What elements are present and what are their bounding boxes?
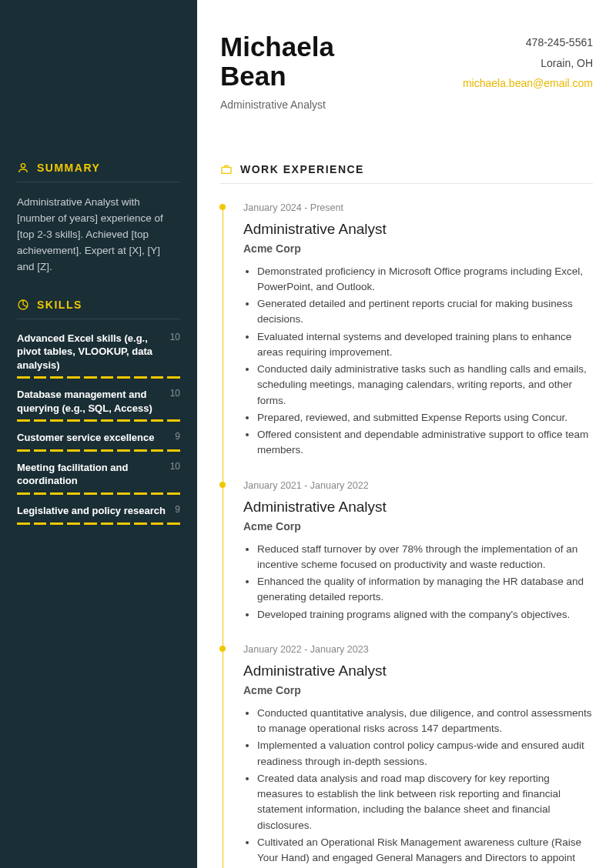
job-title: Administrative Analyst — [243, 221, 593, 238]
header: MichaelaBean Administrative Analyst 478-… — [220, 32, 593, 111]
skill-bar — [17, 522, 180, 525]
skill-name: Database management and querying (e.g., … — [17, 388, 164, 415]
job-bullet: Created data analysis and road map disco… — [257, 771, 593, 833]
job-bullet: Reduced staff turnover by over 78% throu… — [257, 542, 593, 573]
gauge-icon — [17, 299, 29, 311]
skill-bar — [17, 492, 180, 495]
job-company: Acme Corp — [243, 520, 593, 532]
person-name: MichaelaBean — [220, 32, 334, 91]
job-entry: January 2024 - PresentAdministrative Ana… — [243, 202, 593, 459]
skill-item: Advanced Excel skills (e.g., pivot table… — [17, 332, 180, 379]
skills-heading: SKILLS — [17, 299, 180, 311]
job-bullet: Generated detailed and pertinent reports… — [257, 296, 593, 328]
job-company: Acme Corp — [243, 684, 593, 696]
job-bullets: Reduced staff turnover by over 78% throu… — [243, 542, 593, 623]
work-label: WORK EXPERIENCE — [240, 163, 364, 175]
sidebar: SUMMARY Administrative Analyst with [num… — [0, 0, 197, 868]
job-title: Administrative Analyst — [243, 663, 593, 679]
contact-email[interactable]: michaela.bean@email.com — [463, 73, 593, 94]
contact-block: 478-245-5561 Lorain, OH michaela.bean@em… — [463, 32, 593, 94]
skill-name: Customer service excellence — [17, 431, 155, 445]
summary-label: SUMMARY — [37, 162, 100, 174]
divider — [220, 183, 593, 184]
skills-list: Advanced Excel skills (e.g., pivot table… — [17, 332, 180, 525]
job-bullet: Evaluated internal systems and developed… — [257, 329, 593, 361]
svg-rect-2 — [222, 167, 231, 173]
job-bullet: Cultivated an Operational Risk Managemen… — [257, 835, 593, 868]
briefcase-icon — [220, 163, 233, 175]
skills-label: SKILLS — [37, 299, 82, 311]
contact-phone: 478-245-5561 — [463, 32, 593, 53]
timeline: January 2024 - PresentAdministrative Ana… — [220, 202, 593, 868]
job-entry: January 2021 - January 2022Administrativ… — [243, 480, 593, 623]
skill-bar — [17, 449, 180, 452]
divider — [17, 182, 180, 182]
svg-point-0 — [21, 164, 25, 168]
contact-location: Lorain, OH — [463, 53, 593, 74]
job-title: Administrative Analyst — [243, 499, 593, 516]
skill-name: Advanced Excel skills (e.g., pivot table… — [17, 332, 164, 372]
job-bullet: Prepared, reviewed, and submitted Expens… — [257, 410, 593, 426]
job-company: Acme Corp — [243, 242, 593, 255]
skill-item: Database management and querying (e.g., … — [17, 388, 180, 422]
skill-bar — [17, 419, 180, 422]
job-bullets: Conducted quantitative analysis, due dil… — [243, 706, 593, 868]
job-entry: January 2022 - January 2023Administrativ… — [243, 644, 593, 868]
skill-score: 10 — [170, 388, 180, 399]
job-bullet: Developed training programs aligned with… — [257, 607, 593, 623]
skill-score: 10 — [170, 332, 180, 342]
skill-score: 10 — [170, 461, 180, 472]
skill-name: Legislative and policy research — [17, 504, 166, 518]
name-block: MichaelaBean Administrative Analyst — [220, 32, 334, 111]
skill-item: Meeting facilitation and coordination10 — [17, 461, 180, 495]
job-bullet: Demonstrated proficiency in Microsoft Of… — [257, 264, 593, 295]
job-bullet: Enhanced the quality of information by m… — [257, 574, 593, 606]
work-heading: WORK EXPERIENCE — [220, 163, 593, 175]
job-bullets: Demonstrated proficiency in Microsoft Of… — [243, 264, 593, 459]
job-bullet: Conducted daily administrative tasks suc… — [257, 362, 593, 409]
skill-item: Customer service excellence9 — [17, 431, 180, 452]
job-date: January 2024 - Present — [243, 202, 593, 213]
job-date: January 2022 - January 2023 — [243, 644, 593, 655]
skill-bar — [17, 376, 180, 379]
skill-item: Legislative and policy research9 — [17, 504, 180, 525]
job-bullet: Offered consistent and dependable admini… — [257, 427, 593, 459]
summary-text: Administrative Analyst with [number of y… — [17, 195, 180, 275]
job-bullet: Conducted quantitative analysis, due dil… — [257, 706, 593, 737]
person-subtitle: Administrative Analyst — [220, 98, 334, 111]
skill-score: 9 — [175, 431, 180, 442]
job-date: January 2021 - January 2022 — [243, 480, 593, 491]
job-bullet: Implemented a valuation control policy c… — [257, 738, 593, 770]
skill-name: Meeting facilitation and coordination — [17, 461, 164, 488]
person-icon — [17, 162, 29, 174]
summary-heading: SUMMARY — [17, 162, 180, 174]
divider — [17, 319, 180, 319]
main-content: MichaelaBean Administrative Analyst 478-… — [197, 0, 616, 868]
skill-score: 9 — [175, 504, 180, 515]
